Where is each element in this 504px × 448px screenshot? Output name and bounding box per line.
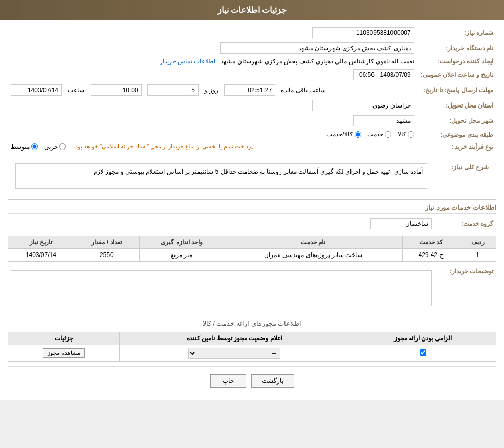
col-unit: واحد اندازه گیری: [140, 236, 224, 248]
description-label: شرح کلی نیاز:: [430, 161, 492, 191]
category-row: کالا خدمت کالا/خدمت: [8, 129, 418, 141]
requester-label: ایجاد کننده درخواست:: [418, 56, 496, 67]
province-value: خراسان رضوی: [8, 98, 418, 113]
section-separator: [8, 315, 496, 315]
page-header: جزئیات اطلاعات نیاز: [0, 0, 504, 20]
description-section: شرح کلی نیاز: آماده سازی -تهیه حمل و اجر…: [8, 157, 496, 200]
description-table: شرح کلی نیاز: آماده سازی -تهیه حمل و اجر…: [12, 161, 492, 191]
response-date-field: 1403/07/14: [11, 84, 62, 96]
category-label: طبقه بندی موضوعی:: [418, 129, 496, 141]
cell-name: ساخت سایر پروژه‌های مهندسی عمران: [224, 248, 402, 261]
bottom-separator: [8, 366, 496, 367]
buyer-notes-label: توضیحات خریدار:: [435, 266, 496, 311]
response-deadline-label: مهلت ارسال پاسخ: تا تاریخ:: [418, 82, 496, 98]
services-grid: ردیف کد خدمت نام خدمت واحد اندازه گیری ت…: [8, 236, 496, 262]
main-content: شماره نیاز: 1103095381000007 نام دستگاه …: [0, 20, 504, 400]
city-field: مشهد: [353, 115, 414, 126]
category-kala-khedmat-item[interactable]: کالا/خدمت: [326, 131, 361, 138]
print-button[interactable]: چاپ: [210, 374, 246, 388]
cell-quantity: 2550: [74, 248, 140, 261]
buyer-org-field: دهیاری کشف بخش مرکزی شهرستان مشهد: [220, 42, 414, 54]
purchase-jozee-radio[interactable]: [59, 143, 66, 150]
permit-table: الزامی بودن ارائه مجوز اعلام وضعیت مجوز …: [8, 332, 496, 362]
purchase-type-label: نوع فرآیند خرید :: [418, 141, 496, 153]
need-number-field: 1103095381000007: [312, 27, 414, 38]
city-label: شهر محل تحویل:: [418, 113, 496, 129]
col-service-name: نام خدمت: [224, 236, 402, 248]
requester-value: نعمت اله ناهوی کارشناس مالی دهیاری کشف ب…: [8, 56, 418, 67]
permit-status-select[interactable]: --: [188, 348, 280, 359]
announce-date-label: تاریخ و ساعت اعلان عمومی:: [418, 67, 496, 82]
buyer-notes-table: توضیحات خریدار:: [8, 266, 496, 311]
response-days-field: 5: [147, 84, 199, 96]
city-value: مشهد: [8, 113, 418, 129]
buyer-notes-cell: [8, 266, 435, 311]
info-table: شماره نیاز: 1103095381000007 نام دستگاه …: [8, 25, 496, 153]
buyer-notes-box: [11, 270, 432, 306]
permit-required-checkbox[interactable]: [420, 349, 426, 356]
table-row: 1 ج-42-429 ساخت سایر پروژه‌های مهندسی عم…: [8, 248, 496, 261]
description-box: آماده سازی -تهیه حمل و اجرای لکه گیری آس…: [15, 163, 427, 189]
service-group-label: گروه خدمت:: [435, 216, 496, 231]
permit-section-title: اطلاعات مجوزهای ارائه خدمت / کالا: [8, 319, 496, 329]
permit-details-cell: مشاهده مجوز: [8, 345, 120, 361]
purchase-motavasset-item[interactable]: متوسط: [11, 143, 38, 151]
province-label: استان محل تحویل:: [418, 98, 496, 113]
back-button[interactable]: بازگشت: [251, 374, 294, 388]
view-permit-button[interactable]: مشاهده مجوز: [43, 348, 85, 358]
page-wrapper: جزئیات اطلاعات نیاز شماره نیاز: 11030953…: [0, 0, 504, 400]
province-field: خراسان رضوی: [312, 100, 414, 111]
buyer-org-label: نام دستگاه خریدار:: [418, 40, 496, 56]
category-khedmat-item[interactable]: خدمت: [367, 131, 391, 138]
need-number-value: 1103095381000007: [30, 25, 418, 40]
requester-text: نعمت اله ناهوی کارشناس مالی دهیاری کشف ب…: [221, 58, 414, 65]
description-value: آماده سازی -تهیه حمل و اجرای لکه گیری آس…: [12, 161, 430, 191]
service-group-value: ساختمان: [8, 216, 435, 231]
cell-row: 1: [459, 248, 496, 261]
permit-col-required: الزامی بودن ارائه مجوز: [349, 332, 496, 345]
category-kala-item[interactable]: کالا: [398, 131, 414, 138]
requester-contact-link[interactable]: اطلاعات تماس خریدار: [160, 58, 216, 65]
service-group-table: گروه خدمت: ساختمان: [8, 216, 496, 231]
permit-status-cell: --: [120, 345, 349, 361]
col-service-code: کد خدمت: [403, 236, 459, 248]
category-kala-khedmat-label: کالا/خدمت: [326, 131, 353, 138]
response-deadline-row: 1403/07/14 ساعت 10:00 5 روز و 02:51:27 س…: [8, 82, 418, 98]
purchase-motavasset-label: متوسط: [11, 143, 30, 151]
category-kala-label: کالا: [398, 131, 406, 138]
cell-code: ج-42-429: [403, 248, 459, 261]
permit-col-status: اعلام وضعیت مجوز توسط نامین کننده: [120, 332, 349, 345]
response-time-field: 10:00: [91, 84, 142, 96]
page-title: جزئیات اطلاعات نیاز: [217, 6, 287, 14]
service-group-field: ساختمان: [370, 218, 432, 229]
buyer-org-value: دهیاری کشف بخش مرکزی شهرستان مشهد: [8, 40, 418, 56]
purchase-type-row: جزیی متوسط پرداخت تمام یا بخشی از مبلغ خ…: [8, 141, 418, 153]
cell-unit: متر مربع: [140, 248, 224, 261]
cell-date: 1403/07/14: [8, 248, 74, 261]
category-kala-khedmat-radio[interactable]: [355, 131, 361, 138]
col-row-num: ردیف: [459, 236, 496, 248]
purchase-notice: پرداخت تمام یا بخشی از مبلغ خریدار از مح…: [74, 143, 253, 150]
col-quantity: تعداد / مقدار: [74, 236, 140, 248]
permit-col-details: جزئیات: [8, 332, 120, 345]
announce-date-field: 1403/07/09 - 06:56: [353, 69, 414, 80]
category-khedmat-label: خدمت: [367, 131, 383, 138]
purchase-jozee-label: جزیی: [44, 143, 58, 151]
permit-row: -- مشاهده مجوز: [8, 345, 496, 361]
response-time-label: ساعت: [68, 87, 84, 94]
remaining-time-field: 02:51:27: [224, 84, 275, 96]
response-day-label: روز و: [204, 87, 218, 94]
purchase-motavasset-radio[interactable]: [31, 143, 38, 150]
need-number-label: شماره نیاز:: [418, 25, 496, 40]
purchase-jozee-item[interactable]: جزیی: [44, 143, 66, 151]
col-need-date: تاریخ نیاز: [8, 236, 74, 248]
services-section-title: اطلاعات خدمات مورد نیاز: [8, 204, 496, 214]
action-buttons: بازگشت چاپ: [8, 374, 496, 388]
category-kala-radio[interactable]: [408, 131, 414, 138]
category-khedmat-radio[interactable]: [385, 131, 391, 138]
permit-required-cell: [349, 345, 496, 361]
remaining-label: ساعت باقی مانده: [281, 87, 326, 94]
announce-date-value: 1403/07/09 - 06:56: [8, 67, 418, 82]
